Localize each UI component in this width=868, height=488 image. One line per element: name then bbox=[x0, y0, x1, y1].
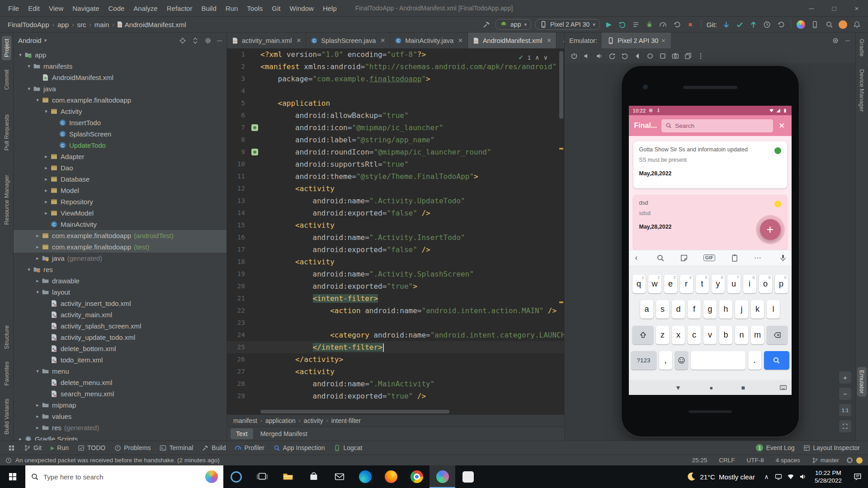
menu-analyze[interactable]: Analyze bbox=[129, 0, 162, 17]
tree-item-search-menu-xml[interactable]: search_menu.xml bbox=[14, 388, 226, 399]
code-line-27[interactable]: 27 <activity bbox=[227, 366, 564, 378]
xml-crumb-manifest[interactable]: manifest bbox=[233, 417, 257, 424]
emulator-rotate-left-icon[interactable] bbox=[606, 51, 618, 61]
tree-item-activity[interactable]: ▾Activity bbox=[14, 106, 226, 117]
collapse-all-icon[interactable] bbox=[192, 37, 199, 44]
tool-button-terminal[interactable]: Terminal bbox=[155, 441, 198, 455]
key-r[interactable]: 4r bbox=[680, 275, 693, 293]
code-line-12[interactable]: 12 <activity bbox=[227, 183, 564, 195]
xml-crumb-application[interactable]: application bbox=[265, 417, 296, 424]
keyboard-search-key[interactable] bbox=[764, 351, 789, 370]
code-line-20[interactable]: 20 android:exported="true"> bbox=[227, 280, 564, 292]
breadcrumb-item-main[interactable]: main bbox=[93, 21, 111, 28]
sync-list-icon[interactable] bbox=[631, 19, 641, 29]
chevron-down-icon[interactable]: ▾ bbox=[25, 86, 33, 92]
tool-button-problems[interactable]: Problems bbox=[110, 441, 155, 455]
emulator-more-icon[interactable] bbox=[695, 51, 707, 61]
horizontal-scrollbar[interactable] bbox=[227, 409, 564, 414]
code-editor[interactable]: ✓ 1 ∧ ∨ 1<?xml version="1.0" encoding="u… bbox=[227, 48, 564, 409]
editor-tab-activity-main-xml[interactable]: </>activity_main.xml✕ bbox=[227, 33, 306, 48]
tree-item-com-example-finaltodoapp-test[interactable]: ▸com.example.finaltodoapp(test) bbox=[14, 241, 226, 253]
hide-panel-icon[interactable]: ─ bbox=[845, 37, 850, 44]
start-button[interactable] bbox=[0, 465, 25, 488]
chevron-right-icon[interactable]: ▸ bbox=[33, 425, 42, 431]
tool-button-logcat[interactable]: Logcat bbox=[329, 441, 367, 455]
key-w[interactable]: 2w bbox=[648, 275, 661, 293]
menu-run[interactable]: Run bbox=[221, 0, 243, 17]
key-a[interactable]: a bbox=[640, 300, 653, 319]
prev-issue-icon[interactable]: ∧ bbox=[535, 52, 539, 64]
menu-view[interactable]: View bbox=[44, 0, 68, 17]
overview-button[interactable]: ■ bbox=[741, 384, 745, 391]
warning-stripe-mark[interactable] bbox=[559, 301, 563, 303]
code-line-26[interactable]: 26 </activity> bbox=[227, 353, 564, 366]
emulator-home-icon[interactable] bbox=[644, 51, 656, 61]
todo-card-1[interactable]: Gotta Show Sir Ss and informatoin update… bbox=[633, 141, 787, 188]
git-branch[interactable]: master bbox=[808, 457, 843, 464]
code-line-25[interactable]: 25 </intent-filter> bbox=[227, 341, 564, 353]
chevron-right-icon[interactable]: ▸ bbox=[33, 413, 42, 419]
locate-file-icon[interactable] bbox=[179, 37, 186, 44]
manifest-tab-merged-manifest[interactable]: Merged Manifest bbox=[255, 428, 313, 439]
menu-build[interactable]: Build bbox=[197, 0, 221, 17]
key-c[interactable]: c bbox=[688, 326, 701, 344]
zoom-reset-button[interactable]: 1:1 bbox=[839, 404, 851, 416]
tree-item-res-generated[interactable]: ▸res(generated) bbox=[14, 422, 226, 433]
tool-button-git[interactable]: Git bbox=[19, 441, 46, 455]
chevron-down-icon[interactable]: ▾ bbox=[33, 368, 42, 374]
tree-item-activity-update-todo-xml[interactable]: activity_update_todo.xml bbox=[14, 332, 226, 343]
code-line-18[interactable]: 18 <activity bbox=[227, 256, 564, 268]
backspace-key[interactable] bbox=[767, 326, 788, 344]
apply-changes-icon[interactable] bbox=[618, 19, 627, 29]
chevron-right-icon[interactable]: ▸ bbox=[42, 154, 50, 160]
taskbar-app-android-studio[interactable] bbox=[429, 465, 455, 488]
status-message[interactable]: An unexpected packet was received before… bbox=[15, 457, 684, 464]
tree-item-todo-item-xml[interactable]: todo_item.xml bbox=[14, 354, 226, 366]
code-line-15[interactable]: 15 <activity bbox=[227, 219, 564, 231]
breadcrumb-item-src[interactable]: src bbox=[75, 21, 87, 28]
key-l[interactable]: l bbox=[767, 300, 780, 319]
inspection-widget[interactable]: ✓ 1 ∧ ∨ bbox=[515, 51, 551, 65]
push-icon[interactable] bbox=[748, 19, 758, 29]
taskbar-app-chrome[interactable] bbox=[404, 465, 429, 488]
more-icon[interactable]: ⋯ bbox=[754, 253, 762, 262]
tool-strip-commit[interactable]: Commit bbox=[2, 66, 11, 93]
sticker-icon[interactable] bbox=[680, 254, 688, 262]
emulator-device-tab[interactable]: Pixel 2 API 30 × bbox=[602, 33, 671, 48]
close-search-icon[interactable]: ✕ bbox=[778, 121, 786, 131]
editor-tab-mainactivity-java[interactable]: CMainActivity.java✕ bbox=[390, 33, 468, 48]
zoom-fit-button[interactable]: ⛶ bbox=[839, 420, 851, 432]
run-config-selector[interactable]: app ▾ bbox=[495, 19, 531, 30]
taskbar-app-edge[interactable] bbox=[352, 465, 378, 488]
tree-item-database[interactable]: ▸Database bbox=[14, 174, 226, 185]
tray-speaker-icon[interactable] bbox=[797, 473, 809, 480]
emoji-key[interactable] bbox=[675, 351, 688, 370]
chevron-right-icon[interactable]: ▸ bbox=[33, 278, 42, 284]
tray-wifi-icon[interactable] bbox=[785, 473, 797, 480]
breadcrumb-item-app[interactable]: app bbox=[56, 21, 70, 28]
key-d[interactable]: d bbox=[672, 300, 685, 319]
code-line-6[interactable]: 6 android:allowBackup="true" bbox=[227, 109, 564, 122]
comma-key[interactable]: , bbox=[659, 351, 672, 370]
search-highlights-icon[interactable] bbox=[205, 470, 218, 483]
scrollbar-thumb[interactable] bbox=[559, 51, 563, 119]
gif-icon[interactable]: GIF bbox=[703, 254, 715, 261]
xml-crumb-activity[interactable]: activity bbox=[304, 417, 323, 424]
caret-position[interactable]: 25:25 bbox=[688, 457, 711, 464]
key-j[interactable]: j bbox=[735, 300, 748, 319]
key-v[interactable]: v bbox=[703, 326, 717, 344]
tool-strip-pull-requests[interactable]: Pull Requests bbox=[2, 111, 11, 154]
taskbar-clock[interactable]: 10:22 PM 5/28/2022 bbox=[809, 469, 847, 484]
code-line-4[interactable]: 4 bbox=[227, 85, 564, 97]
taskbar-app-store[interactable] bbox=[301, 465, 326, 488]
chevron-down-icon[interactable]: ▾ bbox=[42, 108, 50, 114]
close-icon[interactable]: × bbox=[661, 37, 665, 44]
tree-item-values[interactable]: ▸values bbox=[14, 411, 226, 422]
code-line-19[interactable]: 19 android:name=".Activity.SplashScreen" bbox=[227, 268, 564, 280]
update-project-icon[interactable] bbox=[721, 19, 731, 29]
menu-help[interactable]: Help bbox=[318, 0, 341, 17]
menu-tools[interactable]: Tools bbox=[242, 0, 267, 17]
code-line-10[interactable]: 10 android:supportsRtl="true" bbox=[227, 158, 564, 170]
key-q[interactable]: 1q bbox=[632, 275, 646, 293]
code-line-5[interactable]: 5 <application bbox=[227, 97, 564, 109]
